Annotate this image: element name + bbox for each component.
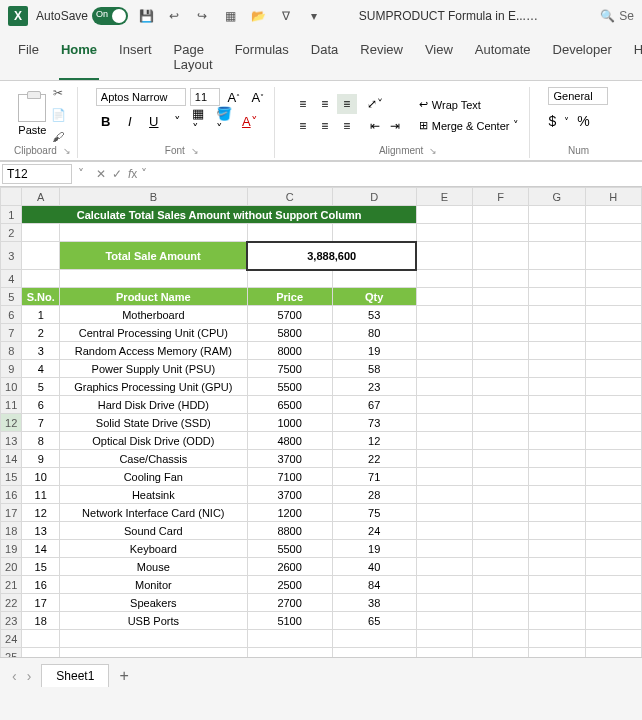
cell[interactable]: [585, 342, 641, 360]
row-header[interactable]: 6: [1, 306, 22, 324]
align-center-icon[interactable]: ≡: [315, 116, 335, 136]
cell[interactable]: [473, 288, 529, 306]
data-cell[interactable]: 58: [332, 360, 416, 378]
cell[interactable]: [585, 468, 641, 486]
cell[interactable]: [585, 522, 641, 540]
cell[interactable]: [22, 270, 60, 288]
row-header[interactable]: 10: [1, 378, 22, 396]
cell[interactable]: [585, 450, 641, 468]
data-cell[interactable]: 6500: [247, 396, 332, 414]
data-cell[interactable]: 7: [22, 414, 60, 432]
cancel-icon[interactable]: ✕: [96, 167, 106, 181]
tab-help[interactable]: Help: [632, 36, 642, 80]
cell[interactable]: [416, 468, 472, 486]
cell[interactable]: [585, 378, 641, 396]
data-cell[interactable]: 80: [332, 324, 416, 342]
cell[interactable]: [473, 648, 529, 658]
data-cell[interactable]: Solid State Drive (SSD): [60, 414, 248, 432]
cell[interactable]: [585, 594, 641, 612]
data-cell[interactable]: 19: [332, 342, 416, 360]
data-cell[interactable]: 7500: [247, 360, 332, 378]
data-cell[interactable]: 14: [22, 540, 60, 558]
cell[interactable]: [416, 522, 472, 540]
cell[interactable]: [529, 378, 585, 396]
title-cell[interactable]: Calculate Total Sales Amount without Sup…: [22, 206, 416, 224]
cell[interactable]: [585, 306, 641, 324]
tab-data[interactable]: Data: [309, 36, 340, 80]
cell[interactable]: [416, 432, 472, 450]
data-cell[interactable]: Mouse: [60, 558, 248, 576]
cell[interactable]: [473, 504, 529, 522]
row-header[interactable]: 3: [1, 242, 22, 270]
font-size-select[interactable]: [190, 88, 220, 106]
dialog-launcher-icon[interactable]: ↘: [429, 146, 437, 156]
cell[interactable]: [529, 468, 585, 486]
font-color-icon[interactable]: A˅: [240, 111, 260, 131]
data-cell[interactable]: 2700: [247, 594, 332, 612]
cell[interactable]: [60, 648, 248, 658]
tab-page-layout[interactable]: Page Layout: [172, 36, 215, 80]
dialog-launcher-icon[interactable]: ↘: [191, 146, 199, 156]
cell[interactable]: [473, 270, 529, 288]
cell[interactable]: [585, 504, 641, 522]
merge-center-button[interactable]: ⊞ Merge & Center ˅: [415, 117, 524, 134]
cell[interactable]: [529, 612, 585, 630]
data-cell[interactable]: 24: [332, 522, 416, 540]
cell[interactable]: [416, 648, 472, 658]
data-cell[interactable]: 40: [332, 558, 416, 576]
toggle-on-icon[interactable]: On: [92, 7, 128, 25]
cell[interactable]: [416, 558, 472, 576]
search-box[interactable]: 🔍 Se: [600, 9, 634, 23]
enter-icon[interactable]: ✓: [112, 167, 122, 181]
cell[interactable]: [473, 576, 529, 594]
data-cell[interactable]: Sound Card: [60, 522, 248, 540]
data-cell[interactable]: 67: [332, 396, 416, 414]
wrap-text-button[interactable]: ↩ Wrap Text: [415, 96, 524, 113]
cell[interactable]: [585, 242, 641, 270]
row-header[interactable]: 13: [1, 432, 22, 450]
sheet-nav-prev-icon[interactable]: ‹: [12, 668, 17, 684]
cell[interactable]: [529, 504, 585, 522]
orientation-icon[interactable]: ⤢˅: [365, 94, 385, 114]
data-cell[interactable]: 6: [22, 396, 60, 414]
data-cell[interactable]: 5500: [247, 378, 332, 396]
cell[interactable]: [416, 224, 472, 242]
data-cell[interactable]: 5100: [247, 612, 332, 630]
bold-button[interactable]: B: [96, 111, 116, 131]
cell[interactable]: [416, 360, 472, 378]
spreadsheet-grid[interactable]: ABCDEFGH1Calculate Total Sales Amount wi…: [0, 187, 642, 657]
row-header[interactable]: 20: [1, 558, 22, 576]
data-cell[interactable]: 73: [332, 414, 416, 432]
data-cell[interactable]: 1000: [247, 414, 332, 432]
data-cell[interactable]: 2600: [247, 558, 332, 576]
row-header[interactable]: 23: [1, 612, 22, 630]
data-cell[interactable]: Case/Chassis: [60, 450, 248, 468]
cell[interactable]: [473, 450, 529, 468]
redo-icon[interactable]: ↪: [192, 6, 212, 26]
cell[interactable]: [585, 270, 641, 288]
data-cell[interactable]: 17: [22, 594, 60, 612]
table-header-cell[interactable]: Product Name: [60, 288, 248, 306]
align-right-icon[interactable]: ≡: [337, 116, 357, 136]
cell[interactable]: [473, 612, 529, 630]
cell[interactable]: [585, 396, 641, 414]
cell[interactable]: [473, 206, 529, 224]
cell[interactable]: [529, 486, 585, 504]
cell[interactable]: [416, 378, 472, 396]
data-cell[interactable]: 5800: [247, 324, 332, 342]
col-header[interactable]: D: [332, 188, 416, 206]
data-cell[interactable]: USB Ports: [60, 612, 248, 630]
row-header[interactable]: 17: [1, 504, 22, 522]
cell[interactable]: [473, 540, 529, 558]
row-header[interactable]: 21: [1, 576, 22, 594]
data-cell[interactable]: 3: [22, 342, 60, 360]
grid-icon[interactable]: ▦: [220, 6, 240, 26]
row-header[interactable]: 19: [1, 540, 22, 558]
save-icon[interactable]: 💾: [136, 6, 156, 26]
cell[interactable]: [473, 360, 529, 378]
cell[interactable]: [529, 306, 585, 324]
cell[interactable]: [332, 224, 416, 242]
row-header[interactable]: 9: [1, 360, 22, 378]
cell[interactable]: [60, 270, 248, 288]
cell[interactable]: [416, 594, 472, 612]
